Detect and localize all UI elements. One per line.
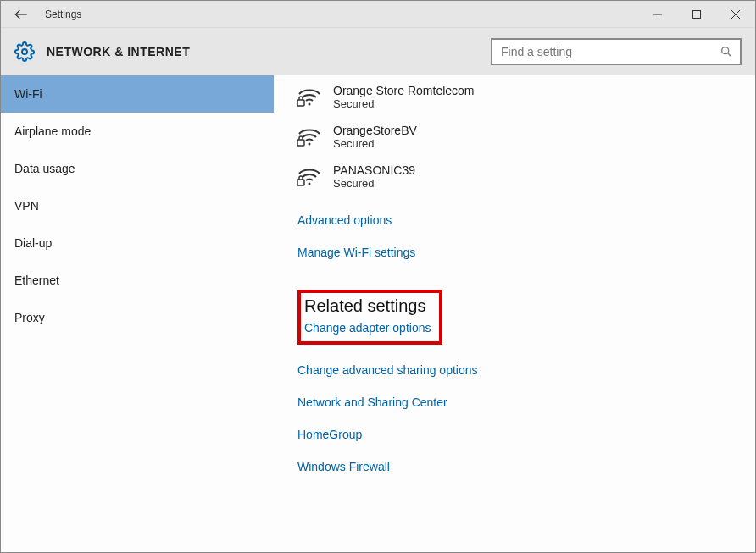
sidebar-item-data-usage[interactable]: Data usage bbox=[1, 150, 274, 187]
search-box[interactable] bbox=[491, 38, 742, 65]
link-homegroup[interactable]: HomeGroup bbox=[297, 428, 731, 441]
wifi-list: Orange Store Romtelecom Secured OrangeSt… bbox=[297, 79, 731, 198]
back-button[interactable] bbox=[11, 4, 31, 25]
svg-point-12 bbox=[309, 182, 311, 185]
svg-rect-11 bbox=[297, 140, 304, 146]
header-left: NETWORK & INTERNET bbox=[14, 41, 190, 62]
close-icon bbox=[731, 10, 740, 19]
link-firewall[interactable]: Windows Firewall bbox=[297, 460, 731, 473]
search-input[interactable] bbox=[499, 44, 713, 59]
sidebar-item-wi-fi[interactable]: Wi-Fi bbox=[1, 75, 274, 113]
wifi-name: PANASONIC39 bbox=[333, 163, 415, 177]
svg-point-8 bbox=[309, 102, 311, 105]
search-icon bbox=[720, 45, 733, 58]
sidebar-item-vpn[interactable]: VPN bbox=[1, 187, 274, 224]
sidebar-item-label: Data usage bbox=[14, 162, 75, 175]
sidebar-item-ethernet[interactable]: Ethernet bbox=[1, 262, 274, 299]
wifi-name: OrangeStoreBV bbox=[333, 124, 417, 137]
svg-rect-13 bbox=[297, 180, 304, 185]
wifi-status: Secured bbox=[333, 97, 475, 110]
wifi-status: Secured bbox=[333, 137, 417, 150]
highlight-box: Related settings Change adapter options bbox=[297, 290, 442, 345]
maximize-button[interactable] bbox=[677, 1, 716, 28]
link-advanced-options[interactable]: Advanced options bbox=[297, 213, 731, 227]
svg-line-7 bbox=[728, 53, 731, 57]
sidebar: Wi-FiAirplane modeData usageVPNDial-upEt… bbox=[1, 75, 274, 552]
minimize-icon bbox=[653, 10, 662, 19]
svg-rect-2 bbox=[693, 10, 701, 18]
header: NETWORK & INTERNET bbox=[1, 28, 755, 75]
gear-icon bbox=[14, 41, 35, 62]
close-button[interactable] bbox=[716, 1, 755, 28]
wifi-status: Secured bbox=[333, 177, 415, 190]
wifi-secured-icon bbox=[297, 166, 321, 188]
wifi-text: PANASONIC39 Secured bbox=[333, 163, 415, 190]
wifi-secured-icon bbox=[297, 86, 321, 108]
sidebar-item-label: Wi-Fi bbox=[14, 87, 42, 101]
sidebar-item-proxy[interactable]: Proxy bbox=[1, 299, 274, 336]
sidebar-item-dial-up[interactable]: Dial-up bbox=[1, 224, 274, 262]
minimize-button[interactable] bbox=[638, 1, 677, 28]
svg-point-5 bbox=[22, 49, 27, 54]
link-network-center[interactable]: Network and Sharing Center bbox=[297, 395, 731, 409]
wifi-name: Orange Store Romtelecom bbox=[333, 84, 475, 97]
svg-point-10 bbox=[309, 142, 311, 145]
titlebar: Settings bbox=[1, 1, 755, 28]
link-change-sharing[interactable]: Change advanced sharing options bbox=[297, 363, 731, 377]
link-manage-wifi[interactable]: Manage Wi-Fi settings bbox=[297, 246, 731, 259]
wifi-network-item[interactable]: PANASONIC39 Secured bbox=[297, 158, 731, 198]
window-title: Settings bbox=[45, 8, 81, 20]
body-area: Wi-FiAirplane modeData usageVPNDial-upEt… bbox=[1, 75, 755, 552]
related-settings-heading: Related settings bbox=[304, 296, 431, 316]
sidebar-item-label: Ethernet bbox=[14, 274, 59, 287]
section-title: NETWORK & INTERNET bbox=[47, 45, 190, 58]
main-content: Orange Store Romtelecom Secured OrangeSt… bbox=[274, 75, 755, 552]
window-controls bbox=[638, 1, 755, 28]
sidebar-item-airplane-mode[interactable]: Airplane mode bbox=[1, 113, 274, 150]
sidebar-item-label: VPN bbox=[14, 199, 39, 213]
back-arrow-icon bbox=[13, 6, 30, 23]
wifi-network-item[interactable]: Orange Store Romtelecom Secured bbox=[297, 79, 731, 119]
titlebar-left: Settings bbox=[11, 4, 81, 25]
sidebar-item-label: Airplane mode bbox=[14, 124, 91, 138]
maximize-icon bbox=[692, 10, 701, 19]
wifi-network-item[interactable]: OrangeStoreBV Secured bbox=[297, 119, 731, 158]
link-change-adapter[interactable]: Change adapter options bbox=[304, 321, 431, 335]
sidebar-item-label: Proxy bbox=[14, 311, 45, 324]
wifi-text: Orange Store Romtelecom Secured bbox=[333, 84, 475, 110]
svg-point-6 bbox=[722, 47, 729, 54]
wifi-text: OrangeStoreBV Secured bbox=[333, 124, 417, 150]
wifi-secured-icon bbox=[297, 126, 321, 148]
svg-rect-9 bbox=[297, 100, 304, 106]
sidebar-item-label: Dial-up bbox=[14, 236, 52, 250]
